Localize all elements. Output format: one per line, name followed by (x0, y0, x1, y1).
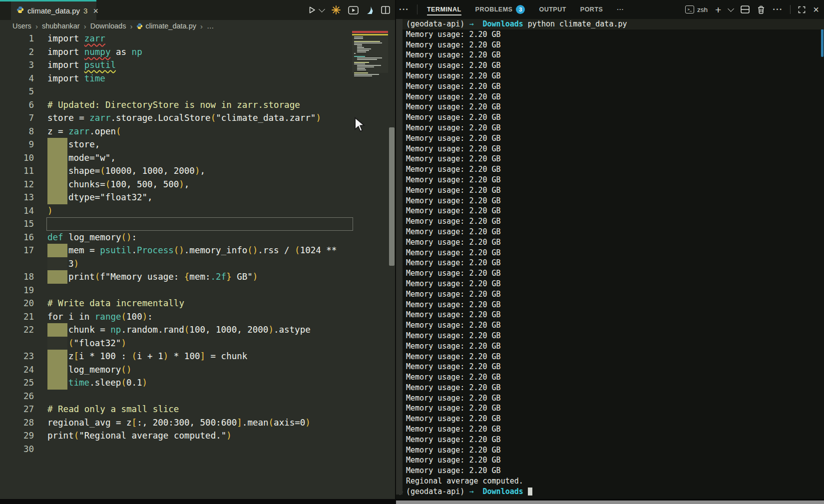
code-text: mode="w", (68, 151, 116, 165)
code-text: ("float32") (68, 337, 126, 350)
split-editor-icon[interactable] (381, 6, 390, 14)
code-line: 3import psutil (0, 58, 395, 72)
minimap-error-marker (352, 31, 388, 33)
close-panel-icon[interactable]: × (813, 4, 819, 14)
minimap-line (352, 54, 388, 55)
editor-more-actions-icon[interactable]: ··· (399, 4, 409, 14)
panel-tab-output[interactable]: OUTPUT (539, 0, 566, 19)
bottom-edge-right (396, 499, 824, 504)
code-line: 10mode="w", (0, 151, 395, 165)
code-text: z = zarr.open( (47, 125, 121, 138)
editor-tab-bar: climate_data.py 3 × (0, 0, 395, 20)
breadcrumb: Users›shubhankar›Downloads›climate_data.… (0, 20, 395, 32)
line-number: 8 (0, 125, 34, 138)
indent-highlight (47, 376, 67, 390)
tab-label: climate_data.py (27, 6, 80, 15)
editor-scrollbar[interactable] (389, 127, 395, 266)
run-in-box-icon[interactable] (348, 6, 359, 14)
tab-climate-data-py[interactable]: climate_data.py 3 × (11, 1, 96, 20)
terminal-output[interactable]: (geodata-api) → Downloads python climate… (396, 19, 824, 497)
code-line: 15 (0, 217, 395, 231)
panel-tab-[interactable]: ··· (617, 0, 624, 19)
line-number: 22 (0, 323, 34, 337)
panel-tab-terminal[interactable]: TERMINAL (427, 0, 461, 19)
minimap-line (357, 57, 382, 58)
terminal-output-line: Memory usage: 2.20 GB (396, 81, 824, 92)
shell-selector[interactable]: >_ zsh (685, 5, 708, 13)
breadcrumb-separator: › (200, 22, 203, 30)
panel-tab-problems[interactable]: PROBLEMS3 (475, 0, 525, 19)
new-terminal-icon[interactable]: + (715, 4, 721, 15)
panel-sash (417, 4, 417, 14)
indent-highlight (47, 191, 67, 204)
problems-count-badge: 3 (516, 5, 525, 14)
line-number: 16 (0, 231, 34, 244)
maximize-panel-icon[interactable] (798, 6, 806, 13)
line-number: 29 (0, 429, 34, 443)
line-number: 26 (0, 390, 34, 403)
editor-pane: climate_data.py 3 × (0, 0, 396, 499)
code-text: print(f"Memory usage: {mem:.2f} GB") (68, 270, 258, 284)
terminal-output-line: Memory usage: 2.20 GB (396, 144, 824, 154)
terminal-pane: ··· TERMINALPROBLEMS3OUTPUTPORTS··· >_ z… (396, 0, 824, 499)
minimap-line (354, 74, 379, 75)
terminal-output-line: Memory usage: 2.20 GB (396, 29, 824, 40)
terminal-output-line: Memory usage: 2.20 GB (396, 320, 824, 331)
terminal-output-line: Memory usage: 2.20 GB (396, 310, 824, 320)
terminal-output-line: Memory usage: 2.20 GB (396, 424, 824, 435)
minimap-line (357, 66, 374, 67)
panel-tabs: TERMINALPROBLEMS3OUTPUTPORTS··· (427, 0, 624, 19)
terminal-dropdown-chevron-icon[interactable] (728, 5, 734, 12)
code-text: import numpy as np (47, 45, 142, 59)
minimap[interactable] (352, 30, 388, 73)
mouse-cursor (354, 117, 366, 133)
minimap-line (354, 38, 363, 39)
code-line: 26 (0, 390, 395, 403)
kill-terminal-trash-icon[interactable] (757, 5, 765, 14)
indent-wrap-shade (47, 257, 67, 271)
code-text: def log_memory(): (47, 231, 137, 244)
code-line: 20# Write data incrementally (0, 297, 395, 310)
code-text: print("Regional average computed.") (47, 429, 232, 443)
terminal-output-line: Memory usage: 2.20 GB (396, 352, 824, 362)
panel-more-actions-icon[interactable]: ··· (773, 4, 783, 14)
breadcrumb-item-shubhankar[interactable]: shubhankar (42, 22, 80, 30)
minimap-line (354, 62, 369, 63)
breadcrumb-item-users[interactable]: Users (12, 22, 31, 30)
run-dropdown-chevron-icon[interactable] (320, 9, 324, 11)
blue-tool-icon[interactable] (366, 6, 374, 14)
starburst-extension-icon[interactable] (332, 5, 341, 14)
terminal-output-line: Memory usage: 2.20 GB (396, 341, 824, 352)
terminal-output-line: Memory usage: 2.20 GB (396, 92, 824, 102)
line-number: 5 (0, 85, 34, 98)
terminal-output-line: Memory usage: 2.20 GB (396, 300, 824, 310)
terminal-output-line: Memory usage: 2.20 GB (396, 403, 824, 414)
code-text: # Write data incrementally (47, 297, 184, 310)
breadcrumb-item-downloads[interactable]: Downloads (90, 22, 126, 30)
code-line: 30 (0, 443, 395, 456)
terminal-command-line: (geodata-api) → Downloads python climate… (396, 19, 824, 29)
indent-highlight (47, 164, 67, 178)
run-python-button[interactable] (308, 6, 316, 14)
terminal-output-line: Memory usage: 2.20 GB (396, 248, 824, 258)
terminal-output-line: Memory usage: 2.20 GB (396, 383, 824, 393)
breadcrumb-item-climatedatapy[interactable]: climate_data.py (136, 22, 196, 30)
breadcrumb-item-[interactable]: … (207, 22, 214, 30)
code-text: store, (68, 138, 100, 151)
terminal-output-line: Memory usage: 2.20 GB (396, 50, 824, 60)
minimap-line (352, 39, 388, 40)
close-tab-icon[interactable]: × (93, 6, 98, 15)
split-terminal-icon[interactable] (741, 5, 750, 13)
panel-header: ··· TERMINALPROBLEMS3OUTPUTPORTS··· >_ z… (396, 0, 824, 19)
line-number: 18 (0, 270, 34, 284)
line-number: 3 (0, 58, 34, 72)
minimap-line (354, 75, 372, 76)
minimap-warning-marker (352, 34, 388, 35)
line-number: 9 (0, 138, 34, 151)
panel-tab-ports[interactable]: PORTS (580, 0, 603, 19)
code-editor[interactable]: 1import zarr2import numpy as np3import p… (0, 32, 395, 456)
terminal-output-line: Memory usage: 2.20 GB (396, 71, 824, 81)
line-number: 4 (0, 72, 34, 85)
code-line: 12chunks=(100, 500, 500), (0, 178, 395, 191)
terminal-icon: >_ (685, 5, 694, 13)
